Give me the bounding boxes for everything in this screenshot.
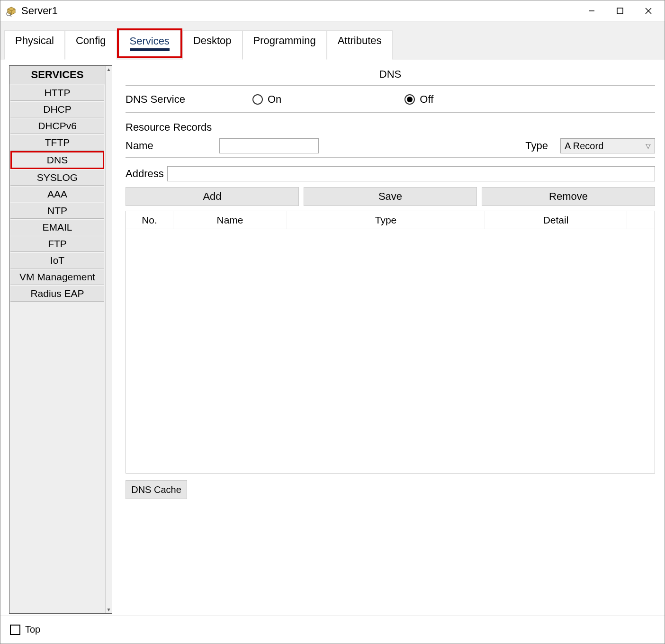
address-input[interactable] xyxy=(167,166,655,181)
tab-label: Programming xyxy=(253,35,316,46)
remove-button[interactable]: Remove xyxy=(482,187,655,206)
radio-off-indicator xyxy=(404,94,415,105)
grid-header-no[interactable]: No. xyxy=(126,211,173,229)
window-title: Server1 xyxy=(21,5,58,17)
name-input[interactable] xyxy=(219,138,319,153)
titlebar: Server1 xyxy=(0,0,665,21)
scroll-up-icon[interactable]: ▲ xyxy=(107,67,111,72)
sidebar-item-aaa[interactable]: AAA xyxy=(10,186,104,202)
grid-header-name[interactable]: Name xyxy=(173,211,287,229)
tab-label: Physical xyxy=(15,35,54,46)
pane-title: DNS xyxy=(126,65,655,81)
radio-on-indicator xyxy=(252,94,263,105)
resource-records-label: Resource Records xyxy=(126,121,655,134)
type-select[interactable]: A Record ▽ xyxy=(560,138,655,153)
chevron-down-icon: ▽ xyxy=(646,142,651,150)
radio-on-label: On xyxy=(268,93,281,106)
records-grid: No. Name Type Detail xyxy=(126,211,655,474)
radio-off-label: Off xyxy=(420,93,433,106)
separator xyxy=(126,85,655,86)
close-button[interactable] xyxy=(634,0,663,21)
tab-label: Attributes xyxy=(338,35,382,46)
grid-header-type[interactable]: Type xyxy=(287,211,485,229)
sidebar-item-radius-eap[interactable]: Radius EAP xyxy=(10,286,104,302)
svg-line-3 xyxy=(10,15,11,17)
name-type-row: Name Type A Record ▽ xyxy=(126,138,655,153)
tab-active-underline xyxy=(130,48,170,51)
tab-label: Services xyxy=(130,35,170,47)
tab-label: Config xyxy=(76,35,106,46)
tab-attributes[interactable]: Attributes xyxy=(327,30,393,60)
record-buttons-row: Add Save Remove xyxy=(126,187,655,206)
sidebar-item-dns[interactable]: DNS xyxy=(10,151,104,169)
app-window: Server1 Physical Config Services Desktop… xyxy=(0,0,665,644)
sidebar-item-email[interactable]: EMAIL xyxy=(10,219,104,235)
sidebar-item-syslog[interactable]: SYSLOG xyxy=(10,170,104,186)
add-button[interactable]: Add xyxy=(126,187,299,206)
tab-config[interactable]: Config xyxy=(65,30,117,60)
grid-header-detail[interactable]: Detail xyxy=(485,211,627,229)
dns-service-row: DNS Service On Off xyxy=(126,90,655,108)
address-row: Address xyxy=(126,166,655,181)
dns-service-label: DNS Service xyxy=(126,93,249,106)
sidebar-item-dhcpv6[interactable]: DHCPv6 xyxy=(10,118,104,134)
footer: Top xyxy=(0,615,665,644)
dns-service-radio-group: On Off xyxy=(249,93,655,106)
sidebar-scrollbar[interactable]: ▲ ▼ xyxy=(105,66,112,613)
sidebar-item-ftp[interactable]: FTP xyxy=(10,236,104,252)
tabstrip: Physical Config Services Desktop Program… xyxy=(0,21,665,60)
sidebar-item-dhcp[interactable]: DHCP xyxy=(10,101,104,117)
highlight-services: Services xyxy=(117,28,182,58)
tab-programming[interactable]: Programming xyxy=(243,30,327,60)
save-button[interactable]: Save xyxy=(304,187,477,206)
top-checkbox[interactable] xyxy=(10,625,20,635)
grid-header-spacer xyxy=(627,211,655,229)
tab-label: Desktop xyxy=(193,35,232,46)
name-label: Name xyxy=(126,140,211,152)
services-sidebar: SERVICES HTTP DHCP DHCPv6 TFTP DNS SYSLO… xyxy=(9,65,112,614)
address-label: Address xyxy=(126,168,162,180)
radio-off[interactable]: Off xyxy=(404,93,433,106)
tab-desktop[interactable]: Desktop xyxy=(182,30,243,60)
radio-on[interactable]: On xyxy=(252,93,281,106)
separator xyxy=(126,112,655,113)
content-area: SERVICES HTTP DHCP DHCPv6 TFTP DNS SYSLO… xyxy=(0,60,665,614)
tab-services[interactable]: Services xyxy=(119,31,180,56)
separator xyxy=(126,157,655,158)
svg-rect-5 xyxy=(617,8,623,14)
scroll-down-icon[interactable]: ▼ xyxy=(107,607,111,612)
top-label: Top xyxy=(25,624,40,635)
sidebar-item-tftp[interactable]: TFTP xyxy=(10,134,104,151)
sidebar-list: SERVICES HTTP DHCP DHCPv6 TFTP DNS SYSLO… xyxy=(9,66,105,613)
tab-physical[interactable]: Physical xyxy=(4,30,65,60)
minimize-button[interactable] xyxy=(577,0,606,21)
sidebar-item-vm-management[interactable]: VM Management xyxy=(10,269,104,285)
dns-pane: DNS DNS Service On Off Resource Records xyxy=(126,65,655,614)
maximize-button[interactable] xyxy=(606,0,634,21)
type-label: Type xyxy=(525,140,548,152)
sidebar-item-ntp[interactable]: NTP xyxy=(10,203,104,219)
sidebar-item-iot[interactable]: IoT xyxy=(10,252,104,268)
sidebar-item-http[interactable]: HTTP xyxy=(10,85,104,101)
type-selected-value: A Record xyxy=(565,141,603,152)
app-icon xyxy=(5,5,18,17)
dns-cache-button[interactable]: DNS Cache xyxy=(126,480,187,499)
grid-header: No. Name Type Detail xyxy=(126,211,655,229)
sidebar-header: SERVICES xyxy=(9,66,105,84)
